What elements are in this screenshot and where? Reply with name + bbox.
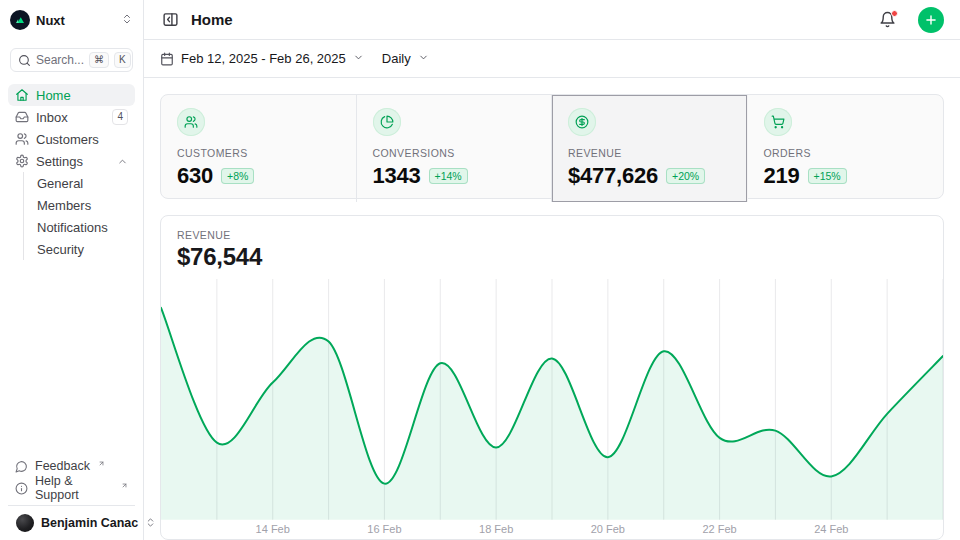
chart-header: REVENUE $76,544 (161, 216, 943, 279)
panel-left-close-icon (162, 11, 179, 28)
workspace-name: Nuxt (36, 13, 115, 28)
search-input[interactable]: Search... ⌘ K (10, 48, 133, 72)
external-link-icon (121, 478, 128, 492)
filters-toolbar: Feb 12, 2025 - Feb 26, 2025 Daily (144, 40, 960, 78)
search-placeholder: Search... (36, 53, 84, 67)
stat-card-conversions[interactable]: CONVERSIONS 1343 +14% (357, 95, 553, 202)
gear-icon (15, 154, 29, 168)
search-icon (18, 54, 31, 67)
stat-value: 219 (764, 163, 800, 189)
stat-label: CONVERSIONS (373, 147, 536, 159)
subnav-label: Notifications (37, 220, 128, 235)
workspace-switcher[interactable]: Nuxt (0, 0, 143, 38)
subnav-label: Security (37, 242, 128, 257)
sidebar-item-home[interactable]: Home (8, 84, 135, 106)
x-tick-label: 20 Feb (591, 523, 625, 535)
user-name: Benjamin Canac (41, 516, 138, 530)
sidebar-footer: Feedback Help & Support Benjamin Canac (0, 451, 143, 540)
stat-card-customers[interactable]: CUSTOMERS 630 +8% (161, 95, 357, 202)
feedback-label: Feedback (35, 459, 90, 473)
revenue-chart-card: REVENUE $76,544 14 Feb16 Feb18 Feb20 Feb… (160, 215, 944, 540)
sidebar-item-label: Home (36, 88, 128, 103)
chevron-up-icon (117, 156, 128, 167)
inbox-count-badge: 4 (112, 109, 128, 125)
revenue-chart-svg (161, 279, 943, 520)
stats-row: CUSTOMERS 630 +8% CONVERSIONS 1343 +14% (160, 94, 944, 199)
kbd-cmd: ⌘ (89, 52, 109, 68)
add-button[interactable] (918, 7, 944, 33)
stat-value: $477,626 (568, 163, 658, 189)
help-support-link[interactable]: Help & Support (8, 477, 135, 499)
subnav-label: Members (37, 198, 128, 213)
main-area: Home Feb 12, 2025 - Feb 26, 2025 Daily (144, 0, 960, 540)
stat-delta-badge: +8% (221, 168, 254, 184)
circle-dollar-icon (568, 108, 596, 136)
external-link-icon (98, 456, 105, 470)
stat-card-orders[interactable]: ORDERS 219 +15% (748, 95, 944, 202)
date-range-picker[interactable]: Feb 12, 2025 - Feb 26, 2025 (160, 51, 364, 66)
sidebar: Nuxt Search... ⌘ K Home Inbox 4 (0, 0, 144, 540)
inbox-icon (15, 110, 29, 124)
avatar (16, 514, 34, 532)
settings-subnav: General Members Notifications Security (23, 172, 135, 260)
kbd-k: K (114, 52, 131, 68)
sidebar-item-settings-security[interactable]: Security (37, 238, 135, 260)
x-tick-label: 14 Feb (256, 523, 290, 535)
date-range-label: Feb 12, 2025 - Feb 26, 2025 (181, 51, 346, 66)
page-title: Home (191, 11, 867, 28)
stat-delta-badge: +15% (808, 168, 847, 184)
sidebar-collapse-button[interactable] (160, 9, 181, 30)
sidebar-item-inbox[interactable]: Inbox 4 (8, 106, 135, 128)
x-tick-label: 22 Feb (702, 523, 736, 535)
chevron-down-icon (418, 51, 429, 66)
page-header: Home (144, 0, 960, 40)
chevrons-up-down-icon (121, 11, 133, 29)
chart-plot-area[interactable] (161, 279, 943, 520)
nuxt-logo-icon (10, 10, 30, 30)
calendar-icon (160, 52, 174, 66)
stat-delta-badge: +14% (429, 168, 468, 184)
notification-dot (891, 10, 898, 17)
stat-delta-badge: +20% (666, 168, 705, 184)
stat-label: ORDERS (764, 147, 928, 159)
home-icon (15, 88, 29, 102)
users-icon (15, 132, 29, 146)
chart-pie-icon (373, 108, 401, 136)
info-icon (15, 482, 28, 495)
dashboard-content: CUSTOMERS 630 +8% CONVERSIONS 1343 +14% (144, 78, 960, 540)
stat-value: 1343 (373, 163, 421, 189)
chart-title: REVENUE (177, 229, 927, 241)
subnav-label: General (37, 176, 128, 191)
user-menu[interactable]: Benjamin Canac (8, 505, 135, 540)
period-select[interactable]: Daily (382, 51, 429, 66)
sidebar-item-settings-notifications[interactable]: Notifications (37, 216, 135, 238)
users-icon (177, 108, 205, 136)
shopping-cart-icon (764, 108, 792, 136)
sidebar-item-label: Inbox (36, 110, 105, 125)
notifications-button[interactable] (877, 9, 898, 30)
period-label: Daily (382, 51, 411, 66)
sidebar-item-settings[interactable]: Settings (8, 150, 135, 172)
sidebar-nav: Home Inbox 4 Customers Settings Gener (0, 80, 143, 451)
sidebar-item-customers[interactable]: Customers (8, 128, 135, 150)
chevron-down-icon (353, 51, 364, 66)
chart-current-value: $76,544 (177, 243, 927, 271)
x-tick-label: 24 Feb (814, 523, 848, 535)
sidebar-item-settings-members[interactable]: Members (37, 194, 135, 216)
help-support-label: Help & Support (35, 474, 113, 502)
stat-label: CUSTOMERS (177, 147, 340, 159)
stat-card-revenue[interactable]: REVENUE $477,626 +20% (552, 95, 748, 202)
app-window: Nuxt Search... ⌘ K Home Inbox 4 (0, 0, 960, 540)
stat-label: REVENUE (568, 147, 731, 159)
plus-icon (924, 13, 938, 27)
chart-x-axis: 14 Feb16 Feb18 Feb20 Feb22 Feb24 Feb (161, 520, 943, 539)
x-tick-label: 18 Feb (479, 523, 513, 535)
sidebar-item-label: Settings (36, 154, 110, 169)
sidebar-item-label: Customers (36, 132, 128, 147)
sidebar-item-settings-general[interactable]: General (37, 172, 135, 194)
message-circle-icon (15, 460, 28, 473)
x-tick-label: 16 Feb (367, 523, 401, 535)
stat-value: 630 (177, 163, 213, 189)
